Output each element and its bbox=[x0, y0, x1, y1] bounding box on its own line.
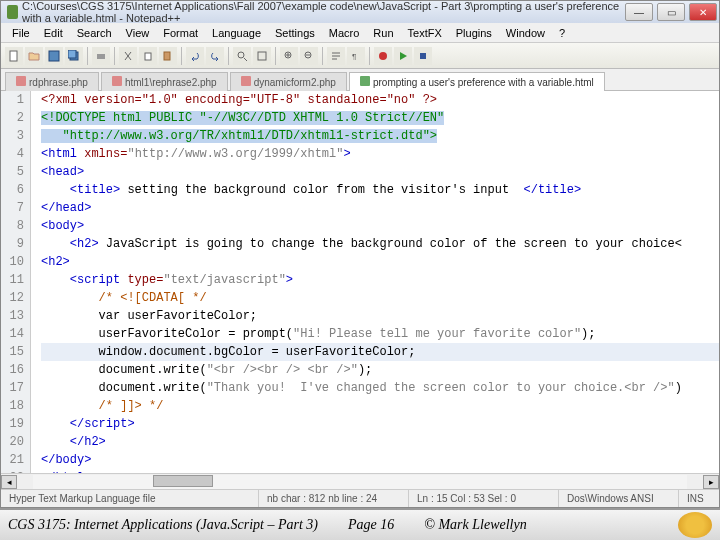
ucf-logo-icon bbox=[678, 512, 712, 538]
code-line[interactable]: </h2> bbox=[41, 433, 719, 451]
record-macro-button[interactable] bbox=[374, 47, 392, 65]
statusbar: Hyper Text Markup Language file nb char … bbox=[1, 489, 719, 507]
menu-search[interactable]: Search bbox=[70, 25, 119, 41]
app-icon bbox=[7, 5, 18, 19]
code-area[interactable]: <?xml version="1.0" encoding="UTF-8" sta… bbox=[31, 91, 719, 473]
save-button[interactable] bbox=[45, 47, 63, 65]
menu-textfx[interactable]: TextFX bbox=[401, 25, 449, 41]
file-tab[interactable]: html1\rephrase2.php bbox=[101, 72, 228, 91]
code-line[interactable]: /* <![CDATA[ */ bbox=[41, 289, 719, 307]
code-line[interactable]: /* ]]> */ bbox=[41, 397, 719, 415]
code-line[interactable]: </script> bbox=[41, 415, 719, 433]
scroll-right-button[interactable]: ▸ bbox=[703, 475, 719, 489]
menu-edit[interactable]: Edit bbox=[37, 25, 70, 41]
footer-course: CGS 3175: Internet Applications (Java.Sc… bbox=[8, 517, 318, 533]
code-line[interactable]: userFavoriteColor = prompt("Hi! Please t… bbox=[41, 325, 719, 343]
save-all-button[interactable] bbox=[65, 47, 83, 65]
code-line[interactable]: "http://www.w3.org/TR/xhtml1/DTD/xhtml1-… bbox=[41, 127, 719, 145]
code-line[interactable]: <?xml version="1.0" encoding="UTF-8" sta… bbox=[41, 91, 719, 109]
svg-rect-0 bbox=[10, 51, 17, 61]
show-all-chars-button[interactable]: ¶ bbox=[347, 47, 365, 65]
code-line[interactable]: <body> bbox=[41, 217, 719, 235]
code-line[interactable]: <script type="text/javascript"> bbox=[41, 271, 719, 289]
maximize-button[interactable]: ▭ bbox=[657, 3, 685, 21]
replace-button[interactable] bbox=[253, 47, 271, 65]
close-button[interactable]: ✕ bbox=[689, 3, 717, 21]
menu-view[interactable]: View bbox=[119, 25, 157, 41]
svg-point-12 bbox=[379, 52, 387, 60]
code-line[interactable]: </head> bbox=[41, 199, 719, 217]
copy-button[interactable] bbox=[139, 47, 157, 65]
toolbar-separator bbox=[369, 47, 370, 65]
menu-language[interactable]: Language bbox=[205, 25, 268, 41]
line-number: 12 bbox=[1, 289, 24, 307]
line-number: 17 bbox=[1, 379, 24, 397]
undo-button[interactable] bbox=[186, 47, 204, 65]
code-line[interactable]: <h2> JavaScript is going to change the b… bbox=[41, 235, 719, 253]
new-file-button[interactable] bbox=[5, 47, 23, 65]
menu-settings[interactable]: Settings bbox=[268, 25, 322, 41]
redo-button[interactable] bbox=[206, 47, 224, 65]
file-tab[interactable]: dynamicform2.php bbox=[230, 72, 347, 91]
file-tab[interactable]: prompting a user's preference with a var… bbox=[349, 72, 605, 91]
code-line[interactable]: <head> bbox=[41, 163, 719, 181]
line-number: 6 bbox=[1, 181, 24, 199]
code-line[interactable]: <h2> bbox=[41, 253, 719, 271]
code-line[interactable]: document.write("Thank you! I've changed … bbox=[41, 379, 719, 397]
line-number: 3 bbox=[1, 127, 24, 145]
menu-[interactable]: ? bbox=[552, 25, 572, 41]
zoom-in-button[interactable] bbox=[280, 47, 298, 65]
editor-area: 12345678910111213141516171819202122 <?xm… bbox=[1, 91, 719, 473]
menu-plugins[interactable]: Plugins bbox=[449, 25, 499, 41]
play-macro-button[interactable] bbox=[394, 47, 412, 65]
svg-rect-13 bbox=[420, 53, 426, 59]
line-number: 16 bbox=[1, 361, 24, 379]
code-line[interactable]: </html> bbox=[41, 469, 719, 473]
svg-rect-8 bbox=[258, 52, 266, 60]
open-file-button[interactable] bbox=[25, 47, 43, 65]
menu-file[interactable]: File bbox=[5, 25, 37, 41]
menu-window[interactable]: Window bbox=[499, 25, 552, 41]
line-number: 22 bbox=[1, 469, 24, 473]
menu-run[interactable]: Run bbox=[366, 25, 400, 41]
code-line[interactable]: <title> setting the background color fro… bbox=[41, 181, 719, 199]
line-number: 2 bbox=[1, 109, 24, 127]
stop-macro-button[interactable] bbox=[414, 47, 432, 65]
code-line[interactable]: </body> bbox=[41, 451, 719, 469]
svg-text:¶: ¶ bbox=[352, 52, 356, 61]
tab-label: rdphrase.php bbox=[29, 77, 88, 88]
horizontal-scrollbar[interactable]: ◂ ▸ bbox=[1, 473, 719, 489]
find-button[interactable] bbox=[233, 47, 251, 65]
line-number: 4 bbox=[1, 145, 24, 163]
line-number: 11 bbox=[1, 271, 24, 289]
svg-rect-1 bbox=[49, 51, 59, 61]
scroll-thumb[interactable] bbox=[153, 475, 213, 487]
titlebar-text: C:\Courses\CGS 3175\Internet Application… bbox=[22, 0, 623, 24]
tab-label: prompting a user's preference with a var… bbox=[373, 77, 594, 88]
code-line[interactable]: var userFavoriteColor; bbox=[41, 307, 719, 325]
wordwrap-button[interactable] bbox=[327, 47, 345, 65]
paste-button[interactable] bbox=[159, 47, 177, 65]
line-number: 15 bbox=[1, 343, 24, 361]
code-line[interactable]: window.document.bgColor = userFavoriteCo… bbox=[41, 343, 719, 361]
cut-button[interactable] bbox=[119, 47, 137, 65]
status-filetype: Hyper Text Markup Language file bbox=[1, 490, 259, 507]
menu-macro[interactable]: Macro bbox=[322, 25, 367, 41]
zoom-out-button[interactable] bbox=[300, 47, 318, 65]
code-line[interactable]: <html xmlns="http://www.w3.org/1999/xhtm… bbox=[41, 145, 719, 163]
line-number: 18 bbox=[1, 397, 24, 415]
svg-rect-3 bbox=[68, 50, 76, 58]
file-tab[interactable]: rdphrase.php bbox=[5, 72, 99, 91]
scroll-left-button[interactable]: ◂ bbox=[1, 475, 17, 489]
menubar: FileEditSearchViewFormatLanguageSettings… bbox=[1, 23, 719, 43]
code-line[interactable]: <!DOCTYPE html PUBLIC "-//W3C//DTD XHTML… bbox=[41, 109, 719, 127]
print-button[interactable] bbox=[92, 47, 110, 65]
line-number: 7 bbox=[1, 199, 24, 217]
scroll-track[interactable] bbox=[33, 475, 687, 489]
status-chars: nb char : 812 nb line : 24 bbox=[259, 490, 409, 507]
minimize-button[interactable]: — bbox=[625, 3, 653, 21]
code-line[interactable]: document.write("<br /><br /> <br />"); bbox=[41, 361, 719, 379]
tab-label: html1\rephrase2.php bbox=[125, 77, 217, 88]
menu-format[interactable]: Format bbox=[156, 25, 205, 41]
tab-file-icon bbox=[241, 76, 251, 86]
